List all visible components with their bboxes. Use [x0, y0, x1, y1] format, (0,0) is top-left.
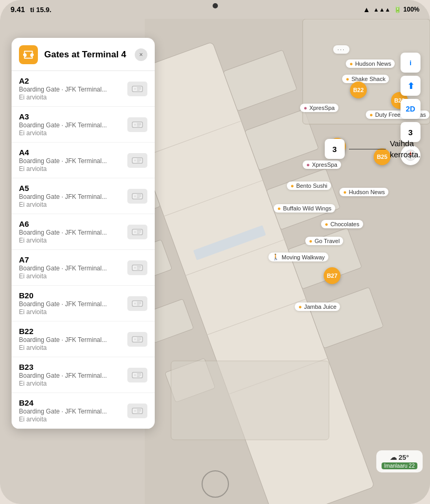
poi-hudson-news-1[interactable]: ● Hudson News [346, 59, 395, 68]
gate-info: A4 Boarding Gate · JFK Terminal... Ei ar… [19, 148, 122, 173]
svg-point-21 [134, 88, 136, 90]
info-button[interactable]: i [401, 53, 421, 73]
gate-item[interactable]: B20 Boarding Gate · JFK Terminal... Ei a… [12, 286, 155, 321]
wifi-icon: ▲ [363, 5, 370, 14]
gate-item[interactable]: B24 Boarding Gate · JFK Terminal... Ei a… [12, 393, 155, 429]
poi-buffalo-wild-wings[interactable]: ● Buffalo Wild Wings [274, 204, 335, 213]
panel-icon [19, 45, 38, 64]
gate-info: B23 Boarding Gate · JFK Terminal... Ei a… [19, 362, 122, 387]
gate-info: A7 Boarding Gate · JFK Terminal... Ei ar… [19, 255, 122, 280]
svg-point-51 [134, 303, 136, 305]
svg-point-56 [134, 338, 136, 340]
gate-item[interactable]: A2 Boarding Gate · JFK Terminal... Ei ar… [12, 71, 155, 107]
gates-panel: Gates at Terminal 4 × A2 Boarding Gate ·… [12, 38, 155, 429]
svg-rect-19 [171, 361, 329, 440]
annotation-line [349, 149, 386, 149]
gate-ticket-icon [127, 189, 147, 204]
poi-xpresspa-1[interactable]: ● XpresSpa [300, 104, 338, 112]
weather-widget[interactable]: ☁ 25° Imanlaaru 22 [376, 450, 423, 472]
svg-point-36 [134, 195, 136, 197]
status-date: ti 15.9. [30, 6, 51, 14]
gate-info: A3 Boarding Gate · JFK Terminal... Ei ar… [19, 112, 122, 137]
battery-icon: 🔋 100% [394, 6, 419, 13]
more-button[interactable]: ··· [333, 45, 349, 54]
gate-info: A5 Boarding Gate · JFK Terminal... Ei ar… [19, 184, 122, 208]
gate-list: A2 Boarding Gate · JFK Terminal... Ei ar… [12, 71, 155, 429]
poi-bento-sushi[interactable]: ● Bento Sushi [287, 182, 331, 190]
gate-marker-b22[interactable]: B22 [350, 82, 367, 98]
poi-jamba-juice[interactable]: ● Jamba Juice [295, 303, 340, 311]
close-button[interactable]: × [135, 48, 147, 61]
svg-point-26 [134, 124, 136, 126]
status-icons: ▲ ▲▲▲ 🔋 100% [363, 5, 419, 14]
status-bar: 9.41 ti 15.9. ▲ ▲▲▲ 🔋 100% [0, 0, 430, 19]
temperature: ☁ 25° [390, 453, 409, 461]
weather-location: Imanlaaru 22 [382, 462, 417, 469]
panel-header: Gates at Terminal 4 × [12, 38, 155, 71]
gate-info: A6 Boarding Gate · JFK Terminal... Ei ar… [19, 219, 122, 244]
svg-point-46 [134, 267, 136, 269]
svg-point-66 [134, 410, 136, 412]
gate-item[interactable]: B22 Boarding Gate · JFK Terminal... Ei a… [12, 321, 155, 357]
poi-moving-walkway: 🚶 Moving Walkway [268, 253, 328, 261]
gate-info: A2 Boarding Gate · JFK Terminal... Ei ar… [19, 76, 122, 101]
gate-info: B20 Boarding Gate · JFK Terminal... Ei a… [19, 291, 122, 316]
gate-ticket-icon [127, 260, 147, 275]
gate-ticket-icon [127, 225, 147, 239]
view-2d-button[interactable]: 2D [401, 99, 421, 119]
front-camera [213, 3, 218, 8]
svg-point-31 [134, 159, 136, 162]
panel-title: Gates at Terminal 4 [44, 49, 128, 60]
annotation-text: Vaihdakerrosta. [390, 138, 421, 160]
gate-ticket-icon [127, 332, 147, 347]
poi-shake-shack[interactable]: ● Shake Shack [342, 75, 389, 83]
gate-ticket-icon [127, 404, 147, 418]
gate-marker-b27[interactable]: B27 [324, 267, 341, 284]
home-button[interactable] [202, 470, 229, 498]
svg-point-61 [134, 374, 136, 376]
map-svg [145, 19, 430, 504]
gate-ticket-icon [127, 117, 147, 132]
gate-ticket-icon [127, 82, 147, 96]
gate-ticket-icon [127, 153, 147, 168]
annotation-container: 3 Vaihdakerrosta. [325, 138, 421, 160]
ticket-icon [23, 49, 34, 60]
poi-chocolates[interactable]: ● Chocolates [321, 220, 363, 228]
gate-ticket-icon [127, 296, 147, 311]
poi-xpresspa-2[interactable]: ● XpresSpa [303, 160, 341, 169]
location-button[interactable]: ⬆ [401, 76, 421, 96]
poi-go-travel[interactable]: ● Go Travel [305, 237, 343, 245]
signal-icon: ▲▲▲ [373, 6, 391, 13]
gate-ticket-icon [127, 368, 147, 382]
gate-item[interactable]: A4 Boarding Gate · JFK Terminal... Ei ar… [12, 143, 155, 178]
gate-item[interactable]: A5 Boarding Gate · JFK Terminal... Ei ar… [12, 178, 155, 214]
svg-point-41 [134, 231, 136, 233]
gate-item[interactable]: A3 Boarding Gate · JFK Terminal... Ei ar… [12, 107, 155, 143]
poi-hudson-news-2[interactable]: ● Hudson News [339, 188, 388, 196]
status-time: 9.41 [11, 5, 25, 14]
gate-info: B22 Boarding Gate · JFK Terminal... Ei a… [19, 327, 122, 351]
status-left: 9.41 ti 15.9. [11, 5, 52, 14]
gate-item[interactable]: A7 Boarding Gate · JFK Terminal... Ei ar… [12, 250, 155, 286]
gate-item[interactable]: B23 Boarding Gate · JFK Terminal... Ei a… [12, 357, 155, 393]
gate-info: B24 Boarding Gate · JFK Terminal... Ei a… [19, 398, 122, 423]
gate-item[interactable]: A6 Boarding Gate · JFK Terminal... Ei ar… [12, 214, 155, 250]
floor-number-display: 3 [325, 139, 345, 159]
